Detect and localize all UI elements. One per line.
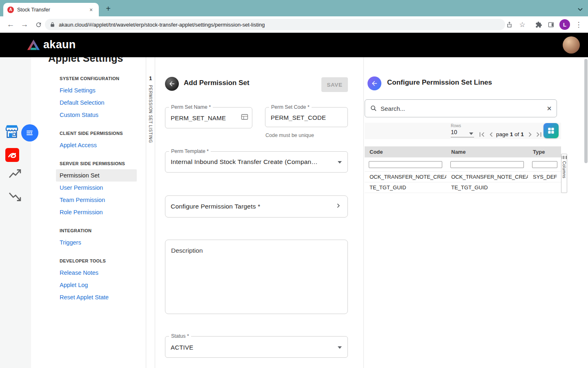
column-header-name[interactable]: Name	[446, 146, 528, 157]
sidebar-item-permission-set[interactable]: Permission Set	[56, 169, 137, 182]
lines-back-button[interactable]	[368, 76, 381, 90]
permission-lines-table: Code Name Type OCK_TRANSFER_NOTE_CREA OC…	[365, 146, 561, 193]
perm-template-select[interactable]: Perm Template * Internal Inbound Stock T…	[165, 151, 348, 173]
back-button[interactable]	[165, 77, 179, 91]
scrollbar-thumb[interactable]	[584, 59, 588, 163]
description-textarea[interactable]: Description	[165, 240, 348, 314]
sidebar-item-release-notes[interactable]: Release Notes	[56, 267, 137, 279]
listing-tab-label: PERMISSION SET LISTING	[148, 85, 153, 143]
rows-per-page-label: Rows	[451, 123, 461, 128]
address-bar[interactable]: akaun.cloud/#/applet/tnt/wavelet/erp/sto…	[45, 19, 505, 30]
sidebar-item-applet-access[interactable]: Applet Access	[56, 139, 137, 151]
user-avatar[interactable]	[563, 36, 580, 54]
drag-grip-icon	[562, 156, 567, 159]
tab-list-chevron-icon[interactable]	[577, 6, 583, 13]
perm-set-name-label: Perm Set Name *	[169, 104, 213, 110]
table-lookup-icon[interactable]	[241, 114, 248, 122]
save-button[interactable]: SAVE	[321, 77, 348, 92]
column-header-type[interactable]: Type	[528, 146, 561, 157]
perm-set-code-label: Perm Set Code *	[269, 104, 312, 110]
tab-title: Stock Transfer	[17, 7, 87, 13]
side-panel-icon[interactable]	[545, 16, 557, 33]
browser-toolbar: ← → akaun.cloud/#/applet/tnt/wavelet/erp…	[0, 16, 588, 33]
description-label: Description	[171, 247, 203, 254]
akaun-logo[interactable]: akaun	[27, 38, 76, 51]
extensions-icon[interactable]	[532, 16, 545, 33]
dropdown-caret-icon	[338, 161, 342, 164]
rows-per-page-select[interactable]: 10	[451, 129, 474, 137]
browser-tab[interactable]: A Stock Transfer ×	[3, 3, 99, 16]
sidebar-item-team-permission[interactable]: Team Permission	[56, 194, 137, 206]
search-input[interactable]	[381, 105, 547, 112]
applet-drawer-toggle-icon[interactable]	[21, 124, 38, 141]
nav-heading-integration: INTEGRATION	[60, 228, 146, 233]
listing-tab-number: 1	[149, 75, 152, 81]
sidebar-item-triggers[interactable]: Triggers	[56, 236, 137, 249]
reload-icon[interactable]	[33, 16, 44, 33]
page-scrollbar[interactable]	[584, 58, 588, 367]
sidebar-item-applet-log[interactable]: Applet Log	[56, 279, 137, 291]
permission-set-listing-tab[interactable]: 1 PERMISSION SET LISTING	[146, 57, 155, 368]
sidebar-item-role-permission[interactable]: Role Permission	[56, 206, 137, 218]
cell-code: OCK_TRANSFER_NOTE_CREA	[365, 172, 446, 182]
columns-toggle[interactable]: Columns	[561, 154, 567, 193]
table-row[interactable]: OCK_TRANSFER_NOTE_CREA OCK_TRANSFER_NOTE…	[365, 172, 561, 182]
warehouse-applet-icon[interactable]	[3, 123, 20, 142]
configure-permission-targets-button[interactable]: Configure Permission Targets *	[165, 195, 348, 218]
profile-avatar[interactable]: L	[559, 16, 571, 33]
perm-set-code-field[interactable]: Perm Set Code * PERM_SET_CODE	[265, 107, 348, 127]
status-value: ACTIVE	[171, 343, 334, 350]
applet-icon-rail	[0, 57, 31, 368]
targets-label: Configure Permission Targets *	[171, 203, 331, 210]
last-page-icon[interactable]	[535, 130, 543, 139]
nav-heading-server-side-permissions: SERVER SIDE PERMISSIONS	[60, 161, 146, 166]
browser-tab-strip: A Stock Transfer × +	[0, 0, 588, 16]
cell-type	[528, 182, 561, 193]
lines-search-box[interactable]: ×	[365, 99, 557, 117]
nav-heading-client-side-permissions: CLIENT SIDE PERMISSIONS	[60, 131, 146, 136]
settings-sidebar: SYSTEM CONFIGURATION Field Settings Defa…	[31, 57, 146, 368]
bookmark-star-icon[interactable]: ☆	[516, 16, 528, 33]
perm-set-code-value: PERM_SET_CODE	[271, 114, 334, 121]
trending-down-icon[interactable]	[8, 191, 22, 204]
arrow-back-icon	[371, 80, 378, 87]
dropdown-caret-icon	[338, 346, 342, 349]
status-label: Status *	[169, 333, 191, 339]
filter-input-type[interactable]	[532, 161, 557, 168]
pdf-export-icon[interactable]	[5, 148, 19, 164]
sidebar-item-field-settings[interactable]: Field Settings	[56, 84, 137, 96]
column-header-code[interactable]: Code	[365, 146, 446, 157]
forward-icon[interactable]: →	[19, 16, 30, 33]
table-row[interactable]: TE_TGT_GUID TE_TGT_GUID	[365, 182, 561, 193]
url-text: akaun.cloud/#/applet/tnt/wavelet/erp/sto…	[59, 22, 265, 28]
cell-type: SYS_DEF	[528, 172, 561, 182]
lines-title: Configure Permission Set Lines	[387, 79, 492, 87]
sidebar-item-user-permission[interactable]: User Permission	[56, 182, 137, 194]
sidebar-item-custom-status[interactable]: Custom Status	[56, 109, 137, 121]
grid-view-button[interactable]	[543, 123, 559, 138]
table-header-row: Code Name Type	[365, 146, 561, 157]
form-title: Add Permission Set	[184, 79, 249, 87]
pagination-status: page 1 of 1	[496, 131, 524, 137]
clear-search-icon[interactable]: ×	[547, 104, 552, 113]
tab-close-icon[interactable]: ×	[87, 7, 95, 13]
new-tab-button[interactable]: +	[103, 3, 114, 14]
sidebar-item-reset-applet-state[interactable]: Reset Applet State	[56, 291, 137, 303]
back-icon[interactable]: ←	[5, 16, 16, 33]
next-page-icon[interactable]	[526, 130, 535, 139]
dropdown-caret-icon	[469, 132, 473, 135]
prev-page-icon[interactable]	[487, 130, 496, 139]
browser-menu-icon[interactable]: ⋮	[573, 16, 584, 33]
logo-text: akaun	[43, 38, 76, 51]
sidebar-item-default-selection[interactable]: Default Selection	[56, 96, 137, 109]
first-page-icon[interactable]	[477, 130, 486, 139]
status-select[interactable]: Status * ACTIVE	[165, 336, 348, 358]
nav-heading-developer-tools: DEVELOPER TOOLS	[60, 258, 146, 263]
permission-set-lines-panel: Configure Permission Set Lines × Rows 10…	[363, 57, 588, 368]
cell-name: TE_TGT_GUID	[446, 182, 528, 193]
filter-input-name[interactable]	[450, 161, 524, 168]
share-icon[interactable]	[503, 16, 515, 33]
trending-up-icon[interactable]	[8, 168, 22, 182]
filter-input-code[interactable]	[369, 161, 442, 168]
perm-set-name-field[interactable]: Perm Set Name * PERM_SET_NAME	[165, 107, 252, 128]
